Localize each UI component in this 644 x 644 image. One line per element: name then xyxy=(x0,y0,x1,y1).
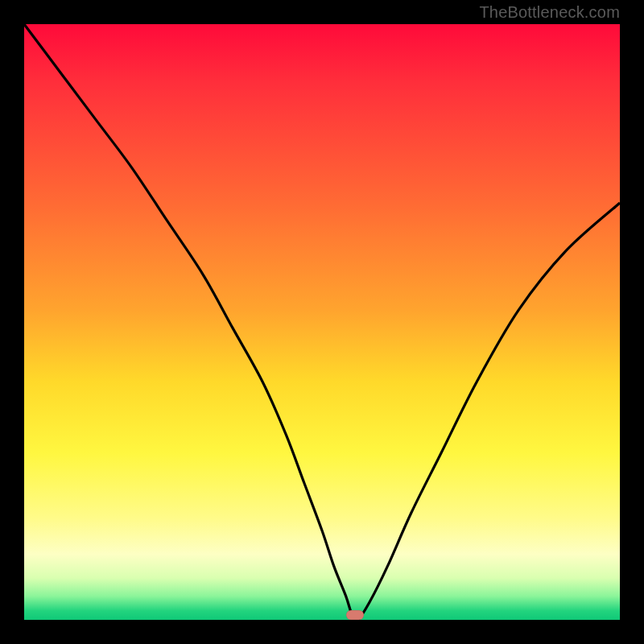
bottleneck-curve xyxy=(24,24,620,620)
plot-area xyxy=(24,24,620,620)
watermark-text: TheBottleneck.com xyxy=(479,3,620,22)
optimal-marker xyxy=(346,610,364,620)
chart-frame: TheBottleneck.com xyxy=(0,0,644,644)
